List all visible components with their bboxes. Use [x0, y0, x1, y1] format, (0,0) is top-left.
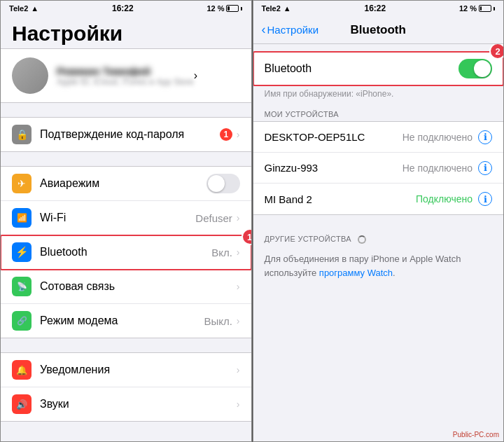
signal-icon-left: ▲ — [31, 4, 38, 13]
left-phone: Tele2 ▲ 16:22 12 % Настройки Ревякин Тим… — [0, 0, 252, 442]
bluetooth-label-left: Bluetooth — [40, 246, 211, 258]
watch-link[interactable]: программу Watch — [319, 268, 393, 278]
connectivity-group: ✈ Авиарежим 📶 Wi-Fi Defuser › ⚡ Bluetoot… — [1, 166, 251, 338]
lock-icon-wrap: 🔒 — [12, 125, 31, 144]
device-status-2: Не подключено — [402, 163, 472, 174]
hotspot-label: Режим модема — [40, 315, 204, 327]
signal-icon-right: ▲ — [284, 4, 291, 13]
device-status-3: Подключено — [416, 193, 472, 205]
passcode-label: Подтверждение код-пароля — [40, 128, 220, 141]
time-right: 16:22 — [364, 4, 386, 13]
hotspot-item[interactable]: 🔗 Режим модема Выкл. › — [1, 304, 251, 338]
bluetooth-icon-wrap: ⚡ — [12, 242, 31, 262]
nav-title-right: Bluetooth — [351, 23, 406, 37]
speaker-icon: 🔊 — [16, 399, 27, 410]
bell-icon-wrap: 🔔 — [12, 360, 31, 380]
right-phone: Tele2 ▲ 16:22 12 % ‹ Настройки Bluetooth… — [253, 0, 505, 442]
passcode-chevron: › — [237, 129, 240, 140]
my-devices-header: МОИ УСТРОЙСТВА — [253, 104, 504, 121]
battery-left: 12 % — [206, 4, 224, 13]
watermark: Public-PC.com — [453, 431, 499, 438]
bluetooth-toggle-group: Bluetooth — [253, 51, 504, 86]
passcode-group: 🔒 Подтверждение код-пароля 1 › — [1, 117, 251, 152]
notif-group: 🔔 Уведомления › 🔊 Звуки › — [1, 352, 251, 422]
bluetooth-toggle-item[interactable]: Bluetooth — [253, 52, 504, 85]
bluetooth-chevron: › — [237, 247, 240, 258]
wifi-icon: 📶 — [17, 213, 27, 223]
spinner-icon — [358, 235, 366, 244]
right-status-bar: Tele2 ▲ 16:22 12 % — [253, 1, 504, 16]
annotation-2: 2 — [489, 44, 503, 60]
battery-icon-right — [479, 5, 491, 12]
wifi-chevron: › — [237, 212, 240, 223]
info-btn-1[interactable]: ℹ — [478, 130, 492, 144]
bluetooth-toggle-section: Bluetooth 2 — [253, 51, 504, 86]
other-devices-text: Для объединения в пару iPhone и Apple Wa… — [253, 247, 504, 285]
other-devices-header: ДРУГИЕ УСТРОЙСТВА — [253, 229, 504, 247]
info-btn-2[interactable]: ℹ — [478, 161, 492, 175]
hotspot-icon-wrap: 🔗 — [12, 311, 31, 331]
airplane-label: Авиарежим — [40, 177, 206, 190]
left-scroll: Ревякин Тимофей Apple ID, iCloud, iTunes… — [1, 48, 251, 441]
chevron-back-icon: ‹ — [262, 22, 266, 37]
device-row-2[interactable]: Ginzzu-993 Не подключено ℹ — [253, 153, 504, 184]
airplane-toggle[interactable] — [206, 174, 240, 193]
wifi-icon-wrap: 📶 — [12, 208, 31, 228]
bluetooth-item[interactable]: ⚡ Bluetooth Вкл. › 1 — [1, 235, 251, 270]
airplane-icon-wrap: ✈ — [12, 174, 31, 193]
annotation-1: 1 — [241, 228, 251, 245]
carrier-right: Tele2 — [262, 4, 281, 13]
battery-tip-right — [493, 7, 495, 11]
discovery-note: Имя при обнаружении: «iPhone». — [253, 86, 504, 104]
profile-subtitle: Apple ID, iCloud, iTunes и App Store — [57, 77, 194, 87]
cellular-icon-wrap: 📡 — [12, 277, 31, 296]
sounds-chevron: › — [237, 399, 240, 410]
hotspot-chevron: › — [237, 315, 240, 326]
cellular-label: Сотовая связь — [40, 280, 237, 293]
passcode-badge: 1 — [220, 128, 232, 141]
cellular-icon: 📡 — [17, 282, 27, 291]
passcode-item[interactable]: 🔒 Подтверждение код-пароля 1 › — [1, 118, 251, 151]
device-status-1: Не подключено — [402, 132, 472, 143]
device-name-2: Ginzzu-993 — [265, 162, 402, 174]
cellular-item[interactable]: 📡 Сотовая связь › — [1, 270, 251, 304]
wifi-label: Wi-Fi — [40, 212, 195, 224]
notifications-chevron: › — [237, 364, 240, 375]
bell-icon: 🔔 — [16, 365, 27, 375]
other-devices-section: ДРУГИЕ УСТРОЙСТВА Для объединения в пару… — [253, 229, 504, 285]
bluetooth-icon: ⚡ — [15, 246, 29, 258]
notifications-label: Уведомления — [40, 364, 237, 376]
sounds-item[interactable]: 🔊 Звуки › — [1, 387, 251, 421]
right-scroll: Bluetooth 2 Имя при обнаружении: «iPhone… — [253, 44, 504, 441]
device-name-1: DESKTOP-OEP51LC — [265, 131, 402, 143]
airplane-item[interactable]: ✈ Авиарежим — [1, 167, 251, 201]
bluetooth-toggle-switch[interactable] — [458, 59, 492, 78]
back-label: Настройки — [267, 24, 319, 36]
nav-bar-right: ‹ Настройки Bluetooth — [253, 16, 504, 44]
hotspot-icon: 🔗 — [17, 316, 27, 326]
cellular-chevron: › — [237, 281, 240, 292]
battery-icon-left — [226, 5, 239, 12]
bluetooth-value: Вкл. — [211, 247, 232, 258]
avatar — [12, 57, 48, 94]
hotspot-value: Выкл. — [204, 315, 232, 327]
wifi-value: Defuser — [195, 212, 232, 224]
bluetooth-toggle-label: Bluetooth — [265, 62, 459, 75]
wifi-item[interactable]: 📶 Wi-Fi Defuser › — [1, 201, 251, 235]
back-button[interactable]: ‹ Настройки — [262, 22, 319, 37]
device-row-3[interactable]: MI Band 2 Подключено ℹ — [253, 184, 504, 214]
info-btn-3[interactable]: ℹ — [478, 192, 492, 206]
battery-tip-left — [241, 7, 242, 11]
lock-icon: 🔒 — [16, 129, 28, 140]
notifications-item[interactable]: 🔔 Уведомления › — [1, 353, 251, 387]
device-row-1[interactable]: DESKTOP-OEP51LC Не подключено ℹ — [253, 122, 504, 153]
battery-right: 12 % — [459, 4, 477, 13]
carrier-left: Tele2 — [9, 4, 28, 13]
profile-item[interactable]: Ревякин Тимофей Apple ID, iCloud, iTunes… — [1, 48, 251, 103]
page-title-left: Настройки — [1, 16, 251, 48]
sounds-label: Звуки — [40, 398, 237, 410]
profile-name: Ревякин Тимофей — [57, 65, 194, 77]
left-status-bar: Tele2 ▲ 16:22 12 % — [1, 1, 251, 16]
airplane-icon: ✈ — [18, 178, 26, 189]
speaker-icon-wrap: 🔊 — [12, 394, 31, 414]
